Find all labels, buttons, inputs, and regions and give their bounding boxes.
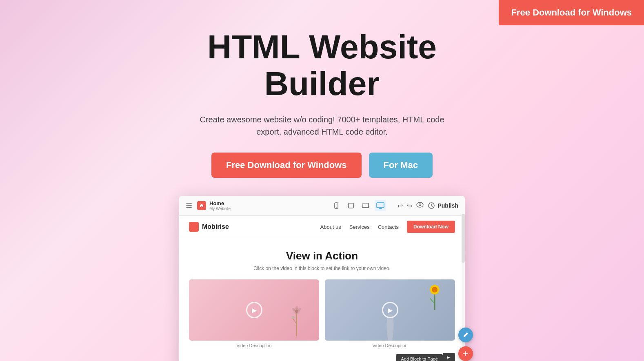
desktop-view-icon[interactable] — [375, 200, 386, 211]
video-card-1: ▶ Video Description — [189, 279, 319, 348]
inner-website-preview: Mobirise About us Services Contacts Down… — [179, 216, 465, 361]
play-button-2[interactable]: ▶ — [382, 302, 398, 318]
home-tab[interactable]: Home My Website — [197, 200, 231, 211]
add-fab-button[interactable]: + — [458, 346, 473, 361]
add-block-label: Add Block to Page — [396, 354, 443, 361]
svg-point-2 — [336, 208, 337, 208]
inner-content-title: View in Action — [189, 250, 455, 262]
svg-point-4 — [353, 206, 354, 206]
svg-line-11 — [293, 318, 297, 324]
brand-name: Mobirise — [202, 223, 229, 230]
svg-point-8 — [419, 204, 421, 206]
home-title: Home — [209, 200, 231, 206]
device-selector — [331, 200, 386, 211]
inner-brand: Mobirise — [189, 222, 229, 232]
mobile-view-icon[interactable] — [331, 200, 342, 211]
video-thumbnail-1[interactable]: ▶ — [189, 279, 319, 341]
toolbar-actions: ↩ ↪ Publish — [398, 202, 458, 210]
nav-link-contacts[interactable]: Contacts — [378, 224, 399, 230]
home-subtitle: My Website — [209, 206, 231, 211]
tablet-view-icon[interactable] — [345, 200, 357, 211]
nav-link-about[interactable]: About us — [320, 224, 341, 230]
video-card-2: ▶ Video Description — [325, 279, 455, 348]
undo-icon[interactable]: ↩ — [398, 202, 403, 210]
inner-content: View in Action Click on the video in thi… — [179, 238, 465, 361]
scrollbar-thumb[interactable] — [462, 214, 465, 263]
inner-nav: Mobirise About us Services Contacts Down… — [179, 216, 465, 238]
svg-point-14 — [295, 306, 298, 310]
play-button-1[interactable]: ▶ — [246, 302, 262, 318]
publish-label: Publish — [437, 202, 458, 209]
video-desc-1: Video Description — [189, 343, 319, 348]
edit-fab-button[interactable] — [458, 328, 473, 342]
hero-subtitle: Create awesome website w/o coding! 7000+… — [187, 113, 457, 138]
app-toolbar: ☰ Home My Website — [179, 196, 465, 216]
laptop-view-icon[interactable] — [360, 200, 371, 211]
app-preview-window: ☰ Home My Website — [179, 196, 465, 361]
menu-icon[interactable]: ☰ — [186, 201, 192, 210]
top-download-button[interactable]: Free Download for Windows — [499, 0, 644, 25]
svg-rect-5 — [363, 203, 369, 207]
add-block-cursor-icon — [443, 353, 455, 361]
brand-logo-icon — [189, 222, 199, 232]
redo-icon[interactable]: ↪ — [407, 202, 412, 210]
video-grid: ▶ Video Description — [189, 279, 455, 348]
hero-buttons: Free Download for Windows For Mac — [0, 153, 644, 178]
inner-nav-cta-button[interactable]: Download Now — [407, 221, 455, 233]
publish-button[interactable]: Publish — [428, 202, 458, 209]
svg-rect-3 — [349, 203, 353, 208]
hero-section: HTML Website Builder Create awesome webs… — [0, 0, 644, 178]
video-desc-2: Video Description — [325, 343, 455, 348]
svg-point-7 — [417, 202, 423, 207]
home-page-icon — [197, 201, 206, 210]
svg-point-17 — [291, 316, 295, 319]
svg-point-23 — [432, 287, 437, 292]
download-mac-button[interactable]: For Mac — [369, 153, 433, 178]
svg-rect-6 — [377, 203, 384, 208]
home-text: Home My Website — [209, 200, 231, 211]
inner-content-subtitle: Click on the video in this block to set … — [189, 266, 455, 271]
nav-link-services[interactable]: Services — [349, 224, 370, 230]
download-windows-button[interactable]: Free Download for Windows — [211, 153, 362, 178]
svg-point-13 — [295, 310, 298, 313]
preview-icon[interactable] — [416, 202, 424, 209]
video-thumbnail-2[interactable]: ▶ — [325, 279, 455, 341]
inner-nav-links: About us Services Contacts Download Now — [320, 221, 455, 233]
hero-title: HTML Website Builder — [0, 29, 644, 102]
